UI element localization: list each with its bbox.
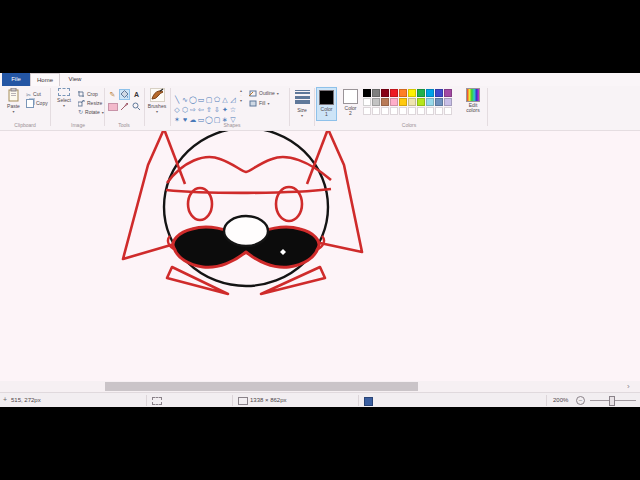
palette-swatch[interactable] — [426, 89, 434, 97]
palette-swatch[interactable] — [399, 89, 407, 97]
palette-row — [363, 107, 455, 116]
palette-swatch[interactable] — [435, 89, 443, 97]
clipboard-group-label: Clipboard — [0, 122, 50, 128]
palette-swatch[interactable] — [408, 107, 416, 115]
eraser-tool[interactable] — [107, 101, 118, 112]
fill-tool[interactable] — [119, 89, 130, 100]
shapes-grid: ╲∿◯▭▢⬠△◿ ◇⬡⇨⇦⇧⇩✦☆ ✶♥☁▭◯▢∗▽ — [173, 88, 237, 118]
outline-icon — [249, 90, 257, 97]
copy-label: Copy — [36, 100, 48, 106]
palette-swatch[interactable] — [408, 98, 416, 106]
palette-swatch[interactable] — [390, 98, 398, 106]
cut-label: Cut — [33, 91, 41, 97]
cat-face-drawing — [0, 131, 640, 392]
palette-swatch[interactable] — [381, 89, 389, 97]
palette-swatch[interactable] — [444, 107, 452, 115]
palette-swatch[interactable] — [363, 89, 371, 97]
resize-button[interactable]: Resize — [78, 99, 102, 107]
palette-swatch[interactable] — [363, 98, 371, 106]
clipboard-icon — [8, 88, 19, 102]
shapes-row: ╲∿◯▭▢⬠△◿ — [173, 88, 237, 98]
select-button[interactable]: Select ▾ — [53, 88, 75, 107]
scissors-icon: ✂ — [26, 91, 31, 98]
shape-button[interactable]: ☁ — [189, 115, 197, 125]
shape-button[interactable]: ✶ — [173, 115, 181, 125]
cut-button[interactable]: ✂ Cut — [26, 90, 41, 98]
line-size-icon — [294, 88, 310, 106]
palette-swatch[interactable] — [417, 107, 425, 115]
tab-view[interactable]: View — [60, 73, 90, 86]
group-separator — [314, 88, 315, 126]
horizontal-scrollbar[interactable]: › — [0, 381, 640, 392]
crop-button[interactable]: Crop — [78, 90, 98, 98]
status-separator — [358, 395, 359, 406]
status-bar: + 515, 272px 1338 × 862px 200% – — [0, 392, 640, 407]
palette-swatch[interactable] — [417, 89, 425, 97]
magnifier-icon — [132, 102, 141, 111]
cursor-position: 515, 272px — [11, 397, 41, 403]
palette-swatch[interactable] — [381, 98, 389, 106]
palette-swatch[interactable] — [372, 98, 380, 106]
pencil-tool[interactable]: ✎ — [107, 89, 118, 100]
resize-icon — [78, 100, 85, 107]
palette-swatch[interactable] — [417, 98, 425, 106]
color-picker-tool[interactable] — [119, 101, 130, 112]
horizontal-scrollbar-thumb[interactable] — [105, 382, 418, 391]
zoom-out-button[interactable]: – — [576, 396, 585, 405]
tab-file[interactable]: File — [2, 73, 30, 86]
color2-label: Color 2 — [343, 106, 359, 116]
text-tool[interactable]: A — [131, 89, 142, 100]
status-separator — [146, 395, 147, 406]
zoom-slider-thumb[interactable] — [609, 396, 615, 406]
paste-button[interactable]: Paste ▾ — [3, 88, 24, 113]
palette-swatch[interactable] — [444, 98, 452, 106]
brush-icon — [150, 88, 165, 102]
copy-button[interactable]: Copy — [26, 99, 48, 107]
shape-fill-button[interactable]: Fill ▾ — [249, 99, 269, 107]
brushes-button[interactable]: Brushes ▾ — [146, 88, 168, 113]
chevron-down-icon: ▾ — [156, 110, 158, 113]
rotate-button[interactable]: ↻ Rotate ▾ — [78, 108, 104, 116]
image-group-label: Image — [52, 122, 104, 128]
size-button[interactable]: Size ▾ — [292, 88, 312, 117]
eyedropper-icon — [120, 102, 129, 111]
chevron-down-icon: ▾ — [63, 104, 65, 107]
palette-swatch[interactable] — [435, 107, 443, 115]
group-separator — [144, 88, 145, 126]
palette-swatch[interactable] — [372, 89, 380, 97]
scroll-right-icon[interactable]: › — [627, 381, 630, 392]
edit-colors-button[interactable]: Edit colors — [461, 88, 485, 113]
drawing-canvas[interactable] — [0, 131, 640, 392]
palette-swatch[interactable] — [426, 98, 434, 106]
color1-button[interactable]: Color 1 — [316, 87, 337, 121]
ears-and-mane — [123, 131, 362, 294]
magnifier-tool[interactable] — [131, 101, 142, 112]
palette-swatch[interactable] — [426, 107, 434, 115]
edit-colors-label: Edit colors — [464, 103, 482, 113]
chevron-down-icon: ▾ — [267, 102, 269, 105]
palette-swatch[interactable] — [444, 89, 452, 97]
palette-swatch[interactable] — [363, 107, 371, 115]
ribbon-tab-row: File Home View — [0, 73, 640, 86]
palette-swatch[interactable] — [390, 107, 398, 115]
paint-window: File Home View Paste ▾ ✂ Cut — [0, 73, 640, 407]
palette-row — [363, 98, 455, 107]
tools-group-label: Tools — [104, 122, 144, 128]
shape-button[interactable]: ♥ — [181, 115, 189, 125]
palette-swatch[interactable] — [408, 89, 416, 97]
shape-outline-button[interactable]: Outline ▾ — [249, 89, 279, 97]
palette-swatch[interactable] — [399, 98, 407, 106]
palette-swatch[interactable] — [381, 107, 389, 115]
group-separator — [170, 88, 171, 126]
color2-button[interactable]: Color 2 — [340, 87, 361, 121]
scroll-down-icon[interactable]: ▾ — [238, 98, 244, 103]
tab-home[interactable]: Home — [30, 73, 60, 86]
palette-swatch[interactable] — [372, 107, 380, 115]
palette-swatch[interactable] — [399, 107, 407, 115]
palette-swatch[interactable] — [390, 89, 398, 97]
pencil-icon: ✎ — [110, 91, 116, 99]
palette-swatch[interactable] — [435, 98, 443, 106]
shapes-scrollbar[interactable]: ▴ · ▾ — [238, 88, 244, 103]
shapes-group-label: Shapes — [200, 122, 264, 128]
save-icon[interactable] — [364, 397, 373, 406]
